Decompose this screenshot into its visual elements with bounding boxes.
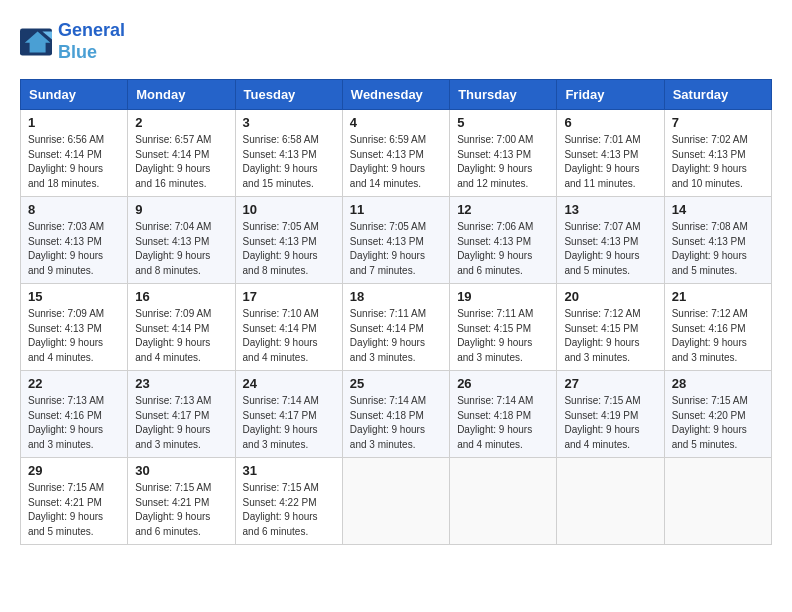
day-info: Sunrise: 7:15 AMSunset: 4:21 PMDaylight:… bbox=[135, 481, 227, 539]
logo-text: General Blue bbox=[58, 20, 125, 63]
day-number: 11 bbox=[350, 202, 442, 217]
calendar-cell bbox=[342, 458, 449, 545]
day-number: 13 bbox=[564, 202, 656, 217]
day-number: 6 bbox=[564, 115, 656, 130]
day-number: 27 bbox=[564, 376, 656, 391]
calendar-cell: 2Sunrise: 6:57 AMSunset: 4:14 PMDaylight… bbox=[128, 110, 235, 197]
day-number: 20 bbox=[564, 289, 656, 304]
calendar-cell: 15Sunrise: 7:09 AMSunset: 4:13 PMDayligh… bbox=[21, 284, 128, 371]
day-number: 8 bbox=[28, 202, 120, 217]
day-number: 28 bbox=[672, 376, 764, 391]
logo: General Blue bbox=[20, 20, 125, 63]
day-number: 12 bbox=[457, 202, 549, 217]
calendar-week-row: 29Sunrise: 7:15 AMSunset: 4:21 PMDayligh… bbox=[21, 458, 772, 545]
day-info: Sunrise: 7:14 AMSunset: 4:18 PMDaylight:… bbox=[457, 394, 549, 452]
day-info: Sunrise: 7:04 AMSunset: 4:13 PMDaylight:… bbox=[135, 220, 227, 278]
calendar-cell: 9Sunrise: 7:04 AMSunset: 4:13 PMDaylight… bbox=[128, 197, 235, 284]
day-info: Sunrise: 7:06 AMSunset: 4:13 PMDaylight:… bbox=[457, 220, 549, 278]
calendar-cell: 31Sunrise: 7:15 AMSunset: 4:22 PMDayligh… bbox=[235, 458, 342, 545]
day-info: Sunrise: 7:00 AMSunset: 4:13 PMDaylight:… bbox=[457, 133, 549, 191]
calendar-cell bbox=[664, 458, 771, 545]
column-header-tuesday: Tuesday bbox=[235, 80, 342, 110]
calendar-cell: 28Sunrise: 7:15 AMSunset: 4:20 PMDayligh… bbox=[664, 371, 771, 458]
calendar-cell: 7Sunrise: 7:02 AMSunset: 4:13 PMDaylight… bbox=[664, 110, 771, 197]
calendar-cell bbox=[557, 458, 664, 545]
day-number: 26 bbox=[457, 376, 549, 391]
day-number: 31 bbox=[243, 463, 335, 478]
day-info: Sunrise: 7:09 AMSunset: 4:14 PMDaylight:… bbox=[135, 307, 227, 365]
calendar-table: SundayMondayTuesdayWednesdayThursdayFrid… bbox=[20, 79, 772, 545]
day-number: 18 bbox=[350, 289, 442, 304]
calendar-cell: 10Sunrise: 7:05 AMSunset: 4:13 PMDayligh… bbox=[235, 197, 342, 284]
day-info: Sunrise: 7:08 AMSunset: 4:13 PMDaylight:… bbox=[672, 220, 764, 278]
calendar-cell: 13Sunrise: 7:07 AMSunset: 4:13 PMDayligh… bbox=[557, 197, 664, 284]
day-info: Sunrise: 7:12 AMSunset: 4:15 PMDaylight:… bbox=[564, 307, 656, 365]
day-number: 9 bbox=[135, 202, 227, 217]
day-info: Sunrise: 7:10 AMSunset: 4:14 PMDaylight:… bbox=[243, 307, 335, 365]
column-header-monday: Monday bbox=[128, 80, 235, 110]
calendar-cell: 21Sunrise: 7:12 AMSunset: 4:16 PMDayligh… bbox=[664, 284, 771, 371]
calendar-cell: 6Sunrise: 7:01 AMSunset: 4:13 PMDaylight… bbox=[557, 110, 664, 197]
day-info: Sunrise: 7:14 AMSunset: 4:18 PMDaylight:… bbox=[350, 394, 442, 452]
day-number: 29 bbox=[28, 463, 120, 478]
day-number: 24 bbox=[243, 376, 335, 391]
day-number: 4 bbox=[350, 115, 442, 130]
day-number: 17 bbox=[243, 289, 335, 304]
day-number: 3 bbox=[243, 115, 335, 130]
day-info: Sunrise: 7:01 AMSunset: 4:13 PMDaylight:… bbox=[564, 133, 656, 191]
day-info: Sunrise: 7:12 AMSunset: 4:16 PMDaylight:… bbox=[672, 307, 764, 365]
calendar-cell: 14Sunrise: 7:08 AMSunset: 4:13 PMDayligh… bbox=[664, 197, 771, 284]
day-number: 14 bbox=[672, 202, 764, 217]
calendar-header-row: SundayMondayTuesdayWednesdayThursdayFrid… bbox=[21, 80, 772, 110]
calendar-cell: 1Sunrise: 6:56 AMSunset: 4:14 PMDaylight… bbox=[21, 110, 128, 197]
page-header: General Blue bbox=[20, 20, 772, 63]
calendar-cell: 12Sunrise: 7:06 AMSunset: 4:13 PMDayligh… bbox=[450, 197, 557, 284]
calendar-cell: 11Sunrise: 7:05 AMSunset: 4:13 PMDayligh… bbox=[342, 197, 449, 284]
day-info: Sunrise: 6:56 AMSunset: 4:14 PMDaylight:… bbox=[28, 133, 120, 191]
calendar-cell: 26Sunrise: 7:14 AMSunset: 4:18 PMDayligh… bbox=[450, 371, 557, 458]
calendar-cell: 17Sunrise: 7:10 AMSunset: 4:14 PMDayligh… bbox=[235, 284, 342, 371]
calendar-week-row: 15Sunrise: 7:09 AMSunset: 4:13 PMDayligh… bbox=[21, 284, 772, 371]
calendar-cell: 19Sunrise: 7:11 AMSunset: 4:15 PMDayligh… bbox=[450, 284, 557, 371]
day-number: 25 bbox=[350, 376, 442, 391]
day-info: Sunrise: 7:15 AMSunset: 4:19 PMDaylight:… bbox=[564, 394, 656, 452]
day-info: Sunrise: 7:07 AMSunset: 4:13 PMDaylight:… bbox=[564, 220, 656, 278]
day-info: Sunrise: 7:15 AMSunset: 4:20 PMDaylight:… bbox=[672, 394, 764, 452]
column-header-friday: Friday bbox=[557, 80, 664, 110]
day-number: 2 bbox=[135, 115, 227, 130]
day-number: 23 bbox=[135, 376, 227, 391]
day-info: Sunrise: 7:13 AMSunset: 4:16 PMDaylight:… bbox=[28, 394, 120, 452]
day-info: Sunrise: 7:05 AMSunset: 4:13 PMDaylight:… bbox=[350, 220, 442, 278]
day-info: Sunrise: 7:09 AMSunset: 4:13 PMDaylight:… bbox=[28, 307, 120, 365]
column-header-sunday: Sunday bbox=[21, 80, 128, 110]
calendar-week-row: 22Sunrise: 7:13 AMSunset: 4:16 PMDayligh… bbox=[21, 371, 772, 458]
column-header-thursday: Thursday bbox=[450, 80, 557, 110]
day-info: Sunrise: 6:58 AMSunset: 4:13 PMDaylight:… bbox=[243, 133, 335, 191]
calendar-cell: 5Sunrise: 7:00 AMSunset: 4:13 PMDaylight… bbox=[450, 110, 557, 197]
calendar-week-row: 1Sunrise: 6:56 AMSunset: 4:14 PMDaylight… bbox=[21, 110, 772, 197]
day-number: 15 bbox=[28, 289, 120, 304]
day-number: 30 bbox=[135, 463, 227, 478]
day-info: Sunrise: 7:02 AMSunset: 4:13 PMDaylight:… bbox=[672, 133, 764, 191]
day-info: Sunrise: 7:14 AMSunset: 4:17 PMDaylight:… bbox=[243, 394, 335, 452]
day-number: 1 bbox=[28, 115, 120, 130]
day-info: Sunrise: 7:13 AMSunset: 4:17 PMDaylight:… bbox=[135, 394, 227, 452]
calendar-cell: 24Sunrise: 7:14 AMSunset: 4:17 PMDayligh… bbox=[235, 371, 342, 458]
calendar-cell: 18Sunrise: 7:11 AMSunset: 4:14 PMDayligh… bbox=[342, 284, 449, 371]
logo-icon bbox=[20, 28, 52, 56]
calendar-cell: 16Sunrise: 7:09 AMSunset: 4:14 PMDayligh… bbox=[128, 284, 235, 371]
calendar-cell: 3Sunrise: 6:58 AMSunset: 4:13 PMDaylight… bbox=[235, 110, 342, 197]
day-info: Sunrise: 7:11 AMSunset: 4:14 PMDaylight:… bbox=[350, 307, 442, 365]
calendar-cell: 22Sunrise: 7:13 AMSunset: 4:16 PMDayligh… bbox=[21, 371, 128, 458]
calendar-cell: 20Sunrise: 7:12 AMSunset: 4:15 PMDayligh… bbox=[557, 284, 664, 371]
day-number: 22 bbox=[28, 376, 120, 391]
day-info: Sunrise: 6:57 AMSunset: 4:14 PMDaylight:… bbox=[135, 133, 227, 191]
day-number: 7 bbox=[672, 115, 764, 130]
day-info: Sunrise: 7:15 AMSunset: 4:21 PMDaylight:… bbox=[28, 481, 120, 539]
day-info: Sunrise: 6:59 AMSunset: 4:13 PMDaylight:… bbox=[350, 133, 442, 191]
calendar-cell bbox=[450, 458, 557, 545]
day-info: Sunrise: 7:15 AMSunset: 4:22 PMDaylight:… bbox=[243, 481, 335, 539]
day-info: Sunrise: 7:03 AMSunset: 4:13 PMDaylight:… bbox=[28, 220, 120, 278]
day-number: 16 bbox=[135, 289, 227, 304]
day-number: 5 bbox=[457, 115, 549, 130]
